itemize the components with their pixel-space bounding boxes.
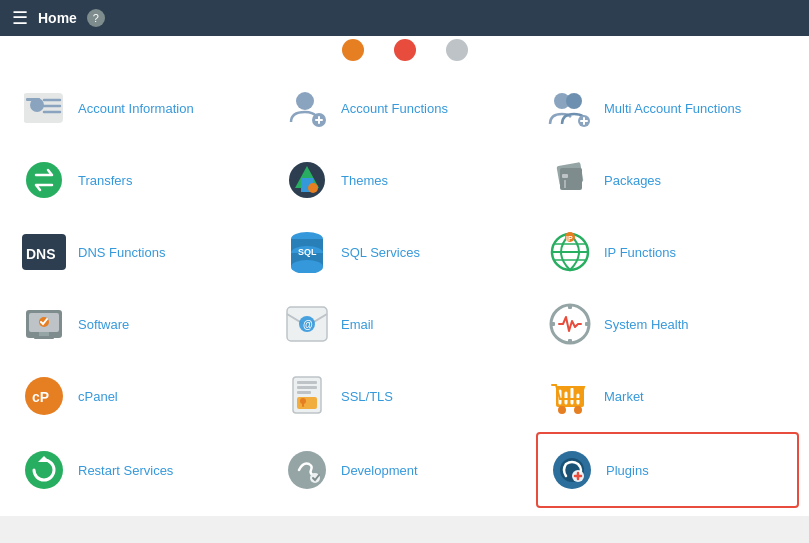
grid-item-account-functions[interactable]: Account Functions xyxy=(273,72,536,144)
ip-icon: IP xyxy=(548,230,592,274)
page-title: Home xyxy=(38,10,77,26)
transfers-label: Transfers xyxy=(78,173,132,188)
top-bar: ☰ Home ? xyxy=(0,0,809,36)
svg-rect-18 xyxy=(562,174,568,178)
account-info-icon xyxy=(22,86,66,130)
account-information-label: Account Information xyxy=(78,101,194,116)
menu-icon[interactable]: ☰ xyxy=(12,7,28,29)
development-label: Development xyxy=(341,463,418,478)
svg-rect-53 xyxy=(297,397,317,409)
svg-point-65 xyxy=(288,451,326,489)
system-health-label: System Health xyxy=(604,317,689,332)
dot-red xyxy=(394,39,416,61)
svg-point-62 xyxy=(574,406,582,414)
svg-text:DNS: DNS xyxy=(26,246,56,262)
svg-rect-44 xyxy=(568,339,572,344)
account-functions-icon xyxy=(285,86,329,130)
grid-item-cpanel[interactable]: cP cPanel xyxy=(10,360,273,432)
restart-icon xyxy=(22,448,66,492)
grid-item-multi-account-functions[interactable]: Multi Account Functions xyxy=(536,72,799,144)
svg-text:cP: cP xyxy=(32,389,49,405)
main-grid: Account Information Account Functions Mu xyxy=(0,64,809,516)
svg-point-9 xyxy=(566,93,582,109)
packages-label: Packages xyxy=(604,173,661,188)
svg-text:@: @ xyxy=(303,319,313,330)
help-button[interactable]: ? xyxy=(87,9,105,27)
grid-item-software[interactable]: Software xyxy=(10,288,273,360)
software-label: Software xyxy=(78,317,129,332)
svg-rect-37 xyxy=(34,336,54,339)
svg-point-42 xyxy=(551,305,589,343)
grid-item-dns-functions[interactable]: DNS DNS Functions xyxy=(10,216,273,288)
multi-account-icon xyxy=(548,86,592,130)
svg-rect-50 xyxy=(297,381,317,384)
grid-item-email[interactable]: @ Email xyxy=(273,288,536,360)
grid-item-restart-services[interactable]: Restart Services xyxy=(10,432,273,508)
themes-icon xyxy=(285,158,329,202)
svg-rect-17 xyxy=(560,168,582,190)
ssl-tls-label: SSL/TLS xyxy=(341,389,393,404)
grid-item-ip-functions[interactable]: IP IP Functions xyxy=(536,216,799,288)
svg-rect-45 xyxy=(550,322,555,326)
market-icon xyxy=(548,374,592,418)
scroll-indicator xyxy=(0,36,809,64)
svg-rect-51 xyxy=(297,386,317,389)
grid-item-system-health[interactable]: System Health xyxy=(536,288,799,360)
svg-rect-52 xyxy=(297,391,311,394)
grid-item-plugins[interactable]: Plugins xyxy=(536,432,799,508)
grid-item-themes[interactable]: Themes xyxy=(273,144,536,216)
svg-point-6 xyxy=(296,92,314,110)
themes-label: Themes xyxy=(341,173,388,188)
sql-icon: SQL xyxy=(285,230,329,274)
cpanel-icon: cP xyxy=(22,374,66,418)
svg-point-61 xyxy=(558,406,566,414)
svg-point-11 xyxy=(26,162,62,198)
dns-icon: DNS xyxy=(22,230,66,274)
dot-grey xyxy=(446,39,468,61)
email-icon: @ xyxy=(285,302,329,346)
dot-orange xyxy=(342,39,364,61)
ssl-icon xyxy=(285,374,329,418)
svg-rect-36 xyxy=(39,332,49,336)
grid-item-transfers[interactable]: Transfers xyxy=(10,144,273,216)
plugins-label: Plugins xyxy=(606,463,649,478)
plugins-icon xyxy=(550,448,594,492)
svg-rect-2 xyxy=(26,98,40,101)
svg-text:IP: IP xyxy=(566,235,573,242)
cpanel-label: cPanel xyxy=(78,389,118,404)
grid-item-ssl-tls[interactable]: SSL/TLS xyxy=(273,360,536,432)
svg-rect-46 xyxy=(585,322,590,326)
grid-item-development[interactable]: Development xyxy=(273,432,536,508)
ip-functions-label: IP Functions xyxy=(604,245,676,260)
packages-icon xyxy=(548,158,592,202)
system-health-icon xyxy=(548,302,592,346)
grid-item-account-information[interactable]: Account Information xyxy=(10,72,273,144)
sql-services-label: SQL Services xyxy=(341,245,420,260)
restart-services-label: Restart Services xyxy=(78,463,173,478)
svg-rect-55 xyxy=(302,402,304,407)
email-label: Email xyxy=(341,317,374,332)
grid-item-packages[interactable]: Packages xyxy=(536,144,799,216)
account-functions-label: Account Functions xyxy=(341,101,448,116)
grid-item-market[interactable]: Market xyxy=(536,360,799,432)
grid-item-sql-services[interactable]: SQL SQL Services xyxy=(273,216,536,288)
svg-point-15 xyxy=(308,183,318,193)
transfers-icon xyxy=(22,158,66,202)
svg-rect-43 xyxy=(568,304,572,309)
market-label: Market xyxy=(604,389,644,404)
software-icon xyxy=(22,302,66,346)
development-icon xyxy=(285,448,329,492)
multi-account-functions-label: Multi Account Functions xyxy=(604,101,741,116)
dns-functions-label: DNS Functions xyxy=(78,245,165,260)
svg-text:SQL: SQL xyxy=(298,247,317,257)
